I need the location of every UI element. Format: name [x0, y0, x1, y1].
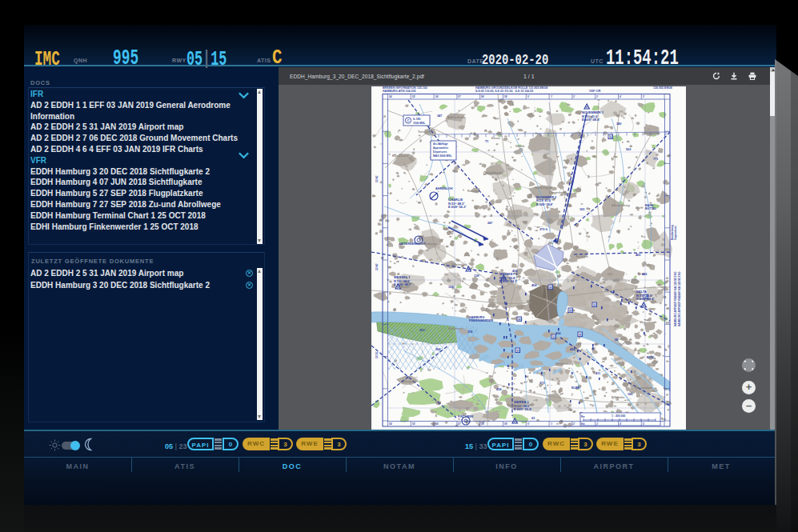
svg-text:465: 465 [636, 254, 640, 257]
svg-text:373: 373 [539, 382, 544, 385]
svg-text:IL 190: IL 190 [413, 118, 420, 121]
svg-text:Copernicus: Copernicus [674, 226, 677, 240]
svg-text:Rellingen: Rellingen [467, 190, 479, 193]
svg-text:340: 340 [616, 122, 621, 126]
svg-text:55': 55' [412, 422, 415, 426]
svg-text:Ahrensburg: Ahrensburg [612, 203, 630, 207]
svg-text:59': 59' [504, 95, 507, 98]
svg-text:63: 63 [531, 417, 535, 420]
svg-text:434: 434 [512, 270, 518, 273]
svg-text:Rm: Rm [581, 415, 585, 418]
svg-text:E 010° 09.4': E 010° 09.4' [636, 297, 654, 301]
svg-text:E 009° 54.3': E 009° 54.3' [499, 279, 517, 283]
svg-text:3': 3' [596, 95, 599, 98]
svg-text:Tornesch: Tornesch [418, 130, 431, 134]
svg-text:165: 165 [579, 208, 584, 211]
svg-text:Departures: Departures [433, 150, 447, 154]
svg-text:58': 58' [481, 422, 484, 426]
svg-text:57': 57' [458, 422, 461, 426]
svg-text:251°: 251° [419, 329, 426, 332]
svg-text:454: 454 [531, 284, 537, 287]
svg-text:445: 445 [642, 273, 647, 276]
svg-text:E 009° 55.8': E 009° 55.8' [514, 407, 531, 411]
svg-text:308: 308 [435, 348, 440, 351]
svg-text:Wedel: Wedel [400, 285, 410, 289]
svg-text:AHRENLOH: AHRENLOH [435, 187, 453, 190]
svg-text:247: 247 [487, 222, 492, 225]
svg-text:Bergedorf: Bergedorf [636, 386, 653, 390]
svg-text:Bargteheide: Bargteheide [644, 132, 660, 135]
svg-text:FINKENWERDER: FINKENWERDER [469, 319, 493, 322]
svg-text:Neugraben: Neugraben [403, 380, 419, 383]
svg-text:56': 56' [435, 422, 439, 426]
svg-text:1 : 200 000: 1 : 200 000 [612, 414, 625, 418]
svg-text:ELBE: ELBE [571, 386, 580, 390]
svg-text:Wilhelmsburg: Wilhelmsburg [555, 362, 573, 366]
svg-text:54': 54' [389, 95, 392, 98]
svg-text:MAX 2000 MSL: MAX 2000 MSL [433, 154, 451, 158]
svg-text:347: 347 [437, 114, 442, 118]
svg-text:379 ft: 379 ft [539, 228, 548, 231]
svg-text:58': 58' [481, 95, 484, 98]
svg-text:BOIZ: BOIZ [647, 356, 655, 359]
svg-text:4': 4' [620, 422, 622, 426]
svg-text:56': 56' [435, 95, 439, 98]
svg-text:54': 54' [389, 422, 392, 426]
svg-text:771: 771 [653, 158, 658, 161]
svg-text:434: 434 [570, 348, 575, 351]
svg-text:0': 0' [527, 95, 530, 98]
svg-text:108°: 108° [448, 286, 455, 289]
svg-text:Harburg: Harburg [507, 403, 521, 407]
svg-text:3': 3' [596, 422, 599, 426]
svg-text:FISCHBEK: FISCHBEK [458, 415, 474, 418]
svg-text:ILS 05 110.50, ILS 23 111.50: ILS 05 110.50, ILS 23 111.50 ILS 15 106.… [475, 90, 533, 93]
svg-text:Quickborn: Quickborn [483, 171, 503, 175]
svg-text:An-/Abflüge: An-/Abflüge [433, 142, 448, 146]
svg-text:434: 434 [555, 332, 561, 335]
svg-text:HAMBURG APP/DEP RADAR N/A 123.: HAMBURG APP/DEP RADAR N/A 123.92 ENG [674, 271, 677, 326]
svg-text:HAMBURG APP/DEP RADAR N/A 128.: HAMBURG APP/DEP RADAR N/A 128.92 ENG [678, 271, 681, 326]
svg-text:Hasloh: Hasloh [515, 145, 524, 148]
svg-text:Barmbek: Barmbek [576, 255, 588, 258]
svg-text:5': 5' [643, 422, 645, 426]
svg-text:Barmstedt: Barmstedt [447, 115, 465, 119]
svg-text:166: 166 [628, 393, 632, 396]
svg-text:HAMBURG ATIS 124.325: HAMBURG ATIS 124.325 [383, 90, 416, 93]
svg-text:Blankenese: Blankenese [448, 327, 463, 330]
svg-text:502: 502 [626, 148, 631, 151]
svg-text:E 009° 56.3': E 009° 56.3' [448, 205, 466, 209]
svg-text:4': 4' [620, 95, 622, 98]
svg-text:Ellerau: Ellerau [491, 137, 500, 140]
svg-text:0': 0' [527, 422, 530, 426]
svg-text:Approaches: Approaches [433, 146, 448, 150]
svg-text:E 009° 58.8': E 009° 58.8' [582, 118, 600, 122]
svg-text:58°: 58° [615, 338, 620, 342]
svg-text:E 009° 58.8': E 009° 58.8' [536, 203, 553, 206]
svg-text:BÜTTEL: BÜTTEL [645, 206, 657, 210]
svg-text:53°35': 53°35' [375, 351, 379, 358]
svg-text:57': 57' [458, 95, 461, 98]
svg-text:Pinneberg: Pinneberg [419, 242, 437, 246]
svg-text:Langenhorn: Langenhorn [549, 191, 566, 194]
svg-text:1': 1' [551, 422, 553, 426]
svg-text:Norderstedt: Norderstedt [535, 186, 552, 190]
svg-text:118°: 118° [474, 274, 480, 278]
svg-text:411: 411 [595, 372, 600, 375]
svg-text:1500 MSL: 1500 MSL [413, 122, 425, 125]
svg-text:T1: T1 [485, 140, 488, 143]
svg-text:Billwerder: Billwerder [612, 396, 625, 399]
svg-text:55': 55' [412, 95, 415, 98]
svg-text:126.955 ENG8: 126.955 ENG8 [653, 86, 672, 90]
svg-text:2': 2' [573, 95, 575, 98]
svg-text:53°40': 53°40' [375, 263, 379, 270]
svg-text:Halstenbek: Halstenbek [451, 263, 467, 266]
svg-text:Elmshorn: Elmshorn [392, 154, 409, 158]
svg-text:5': 5' [643, 95, 645, 98]
svg-text:2': 2' [573, 422, 575, 426]
svg-text:1': 1' [551, 95, 553, 98]
svg-text:VDF C/R: VDF C/R [589, 90, 601, 93]
svg-text:Km: Km [581, 422, 585, 426]
svg-text:434: 434 [496, 388, 502, 391]
svg-text:318: 318 [467, 330, 472, 334]
svg-text:59': 59' [504, 422, 507, 426]
